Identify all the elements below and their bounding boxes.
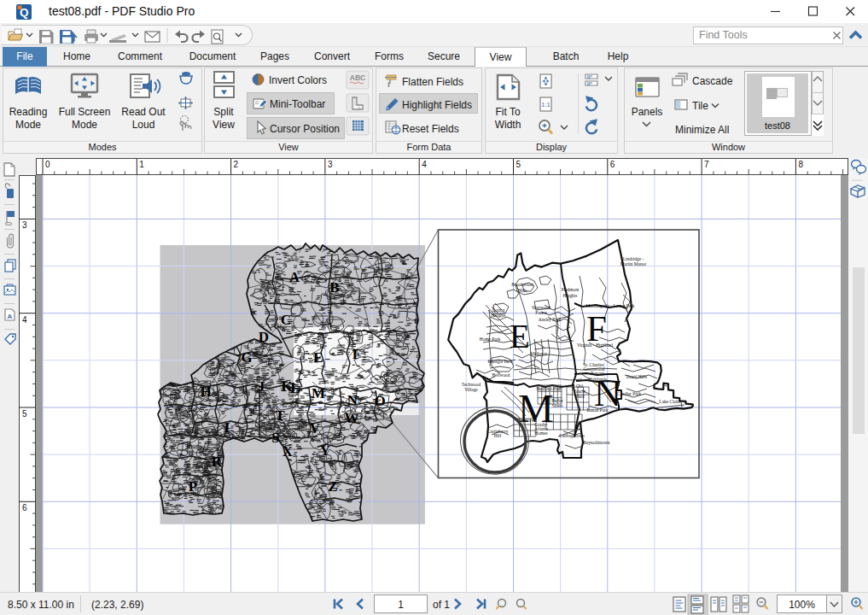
svg-text:5: 5 (516, 160, 521, 169)
svg-text:1:1: 1:1 (541, 101, 550, 108)
svg-text:7: 7 (704, 160, 709, 169)
svg-text:4: 4 (422, 160, 427, 169)
svg-text:0: 0 (45, 160, 50, 169)
svg-text:5: 5 (22, 409, 27, 419)
svg-text:2: 2 (234, 160, 239, 169)
svg-text:8: 8 (798, 160, 803, 169)
svg-text:6: 6 (610, 160, 615, 169)
svg-text:4: 4 (22, 315, 27, 325)
svg-text:A: A (8, 313, 13, 320)
svg-text:Q: Q (20, 6, 29, 19)
svg-text:3: 3 (22, 220, 27, 230)
svg-text:1: 1 (139, 160, 144, 169)
svg-text:6: 6 (22, 503, 27, 512)
svg-text:ABC: ABC (350, 73, 365, 82)
svg-text:3: 3 (328, 160, 333, 169)
